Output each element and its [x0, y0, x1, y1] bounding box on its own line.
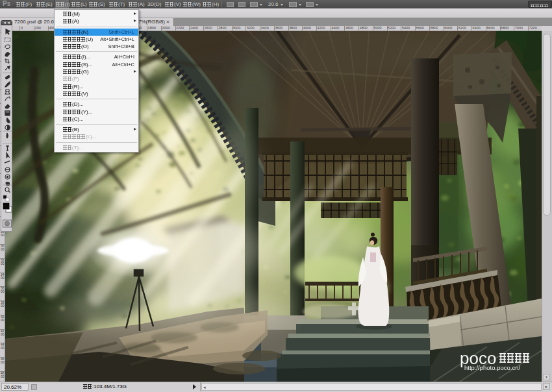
svg-text:http://photo.poco.cn/: http://photo.poco.cn/: [464, 364, 520, 371]
